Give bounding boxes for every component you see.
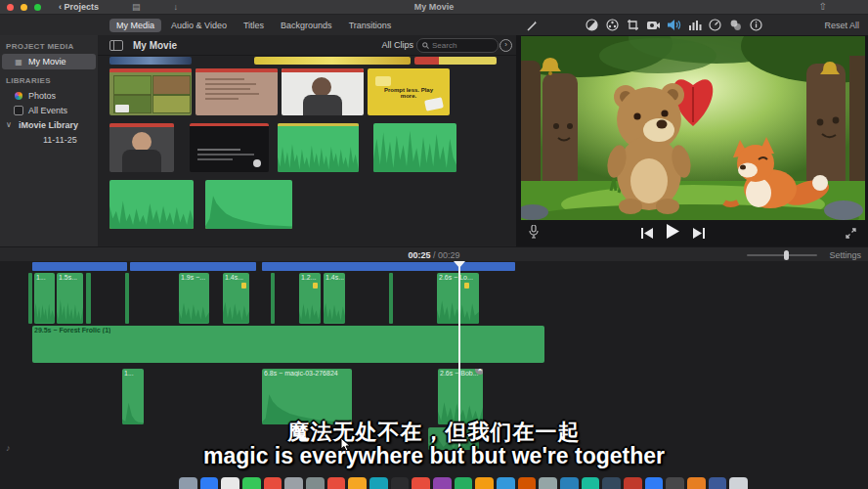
- dock-app-icon[interactable]: [539, 477, 557, 489]
- timeline-clip[interactable]: 1...: [122, 369, 144, 424]
- dock-app-icon[interactable]: [518, 477, 537, 489]
- tab-transitions[interactable]: Transitions: [342, 19, 399, 32]
- media-thumbnail[interactable]: [109, 180, 194, 229]
- volume-icon[interactable]: [666, 18, 682, 32]
- dock-app-icon[interactable]: [221, 477, 239, 489]
- dock-app-icon[interactable]: [284, 477, 303, 489]
- media-thumbnail[interactable]: [373, 123, 456, 172]
- timeline-clip[interactable]: 1.4s...: [223, 273, 249, 324]
- info-icon[interactable]: [748, 18, 764, 32]
- dock-app-icon[interactable]: [645, 477, 664, 489]
- timeline-music-clip[interactable]: 29.5s ~ Forest Frolic (1): [32, 326, 544, 363]
- play-button[interactable]: [666, 224, 680, 243]
- sidebar-item-my-movie[interactable]: ▦ My Movie: [2, 54, 96, 69]
- dock-app-icon[interactable]: [475, 477, 494, 489]
- noise-reduction-icon[interactable]: [686, 18, 703, 32]
- timeline-clip[interactable]: 2.6s ~ Bob... ×: [438, 369, 483, 424]
- clip-close-badge[interactable]: ×: [475, 369, 483, 375]
- close-window-button[interactable]: [7, 4, 14, 11]
- sidebar-item-all-events[interactable]: All Events: [0, 103, 98, 117]
- media-thumbnail[interactable]: [282, 68, 364, 115]
- media-thumbnail[interactable]: [109, 68, 192, 115]
- media-thumbnail[interactable]: [278, 123, 359, 172]
- fullscreen-icon[interactable]: [846, 225, 856, 243]
- search-input[interactable]: [432, 41, 483, 50]
- dock-app-icon[interactable]: [560, 477, 579, 489]
- dock-app-icon[interactable]: [582, 477, 600, 489]
- sidebar-item-photos[interactable]: Photos: [0, 88, 98, 103]
- minimize-window-button[interactable]: [21, 4, 27, 11]
- dock-app-icon[interactable]: [412, 477, 430, 489]
- skip-back-button[interactable]: [641, 225, 653, 243]
- title-bar-clip[interactable]: [32, 262, 127, 271]
- timeline-clip[interactable]: 1...: [34, 273, 55, 324]
- dock-app-icon[interactable]: [391, 477, 410, 489]
- reset-all-button[interactable]: Reset All: [824, 21, 859, 30]
- search-field[interactable]: [416, 38, 499, 53]
- media-thumbnail[interactable]: [205, 180, 292, 229]
- dock-app-icon[interactable]: [687, 477, 706, 489]
- dock-app-icon[interactable]: [624, 477, 642, 489]
- dock-app-icon[interactable]: [455, 477, 473, 489]
- color-correction-icon[interactable]: [604, 18, 621, 32]
- dock-app-icon[interactable]: [327, 477, 346, 489]
- disclosure-chevron-icon[interactable]: ∨: [4, 120, 14, 129]
- enhance-wand-icon[interactable]: [524, 18, 541, 32]
- media-thumbnail[interactable]: [109, 57, 192, 65]
- media-organizer-icon[interactable]: ▤: [132, 2, 141, 12]
- media-thumbnail[interactable]: [195, 68, 278, 115]
- dock-app-icon[interactable]: [179, 477, 197, 489]
- voiceover-mic-icon[interactable]: [529, 225, 539, 243]
- sidebar-item-event-date[interactable]: 11-11-25: [0, 132, 98, 147]
- dock-app-icon[interactable]: [200, 477, 219, 489]
- dock-app-icon[interactable]: [264, 477, 282, 489]
- zoom-window-button[interactable]: [34, 4, 41, 11]
- stabilization-icon[interactable]: [645, 18, 662, 32]
- tab-titles[interactable]: Titles: [237, 19, 271, 32]
- dock-app-icon[interactable]: [369, 477, 388, 489]
- timeline-clip[interactable]: 1.4s...: [324, 273, 345, 324]
- timeline-settings-button[interactable]: Settings: [829, 250, 861, 260]
- timeline-clip[interactable]: 1.9s ~...: [179, 273, 209, 324]
- import-icon[interactable]: ↓: [174, 2, 179, 12]
- preview-image[interactable]: [521, 36, 865, 220]
- sidebar-toggle-icon[interactable]: [109, 40, 123, 51]
- timeline-clip[interactable]: 1.2...: [299, 273, 321, 324]
- media-thumbnail[interactable]: [190, 123, 269, 172]
- dock-app-icon[interactable]: [348, 477, 367, 489]
- zoom-slider-knob[interactable]: [784, 250, 789, 260]
- timeline-clip[interactable]: 6.8s ~ magic-03-276824: [262, 369, 352, 424]
- media-thumbnail[interactable]: [414, 57, 497, 65]
- dock-app-icon[interactable]: [602, 477, 621, 489]
- tab-my-media[interactable]: My Media: [109, 19, 161, 32]
- media-thumbnail[interactable]: [254, 57, 411, 65]
- sidebar-item-imovie-library[interactable]: ∨ iMovie Library: [0, 117, 98, 132]
- title-bar-clip[interactable]: [262, 262, 515, 271]
- clip-handle[interactable]: [389, 273, 393, 324]
- dock-app-icon[interactable]: [497, 477, 515, 489]
- tab-audio-video[interactable]: Audio & Video: [164, 19, 234, 32]
- back-to-projects-button[interactable]: ‹ Projects: [59, 2, 99, 12]
- speed-icon[interactable]: [707, 18, 723, 32]
- media-thumbnail[interactable]: Prompt less. Play more.: [368, 68, 450, 115]
- title-bar-clip[interactable]: [130, 262, 256, 271]
- playhead-handle[interactable]: [454, 261, 465, 268]
- clip-handle[interactable]: [271, 273, 275, 324]
- media-thumbnail[interactable]: [109, 123, 174, 172]
- dock-app-icon[interactable]: [242, 477, 261, 489]
- crop-icon[interactable]: [625, 18, 641, 32]
- share-icon[interactable]: ⇧: [819, 1, 827, 12]
- skip-forward-button[interactable]: [693, 225, 705, 243]
- clip-handle[interactable]: [125, 273, 129, 324]
- clip-handle[interactable]: [86, 273, 91, 324]
- effects-icon[interactable]: [727, 18, 744, 32]
- dock-app-icon[interactable]: [666, 477, 684, 489]
- dock[interactable]: [179, 477, 748, 489]
- tab-backgrounds[interactable]: Backgrounds: [274, 19, 339, 32]
- color-balance-icon[interactable]: [584, 18, 600, 32]
- dock-app-icon[interactable]: [709, 477, 727, 489]
- timeline-clip[interactable]: 1.5s...: [57, 273, 83, 324]
- timeline-zoom-slider[interactable]: [747, 254, 817, 256]
- dock-app-icon[interactable]: [729, 477, 748, 489]
- browser-advanced-icon[interactable]: ›: [499, 39, 512, 52]
